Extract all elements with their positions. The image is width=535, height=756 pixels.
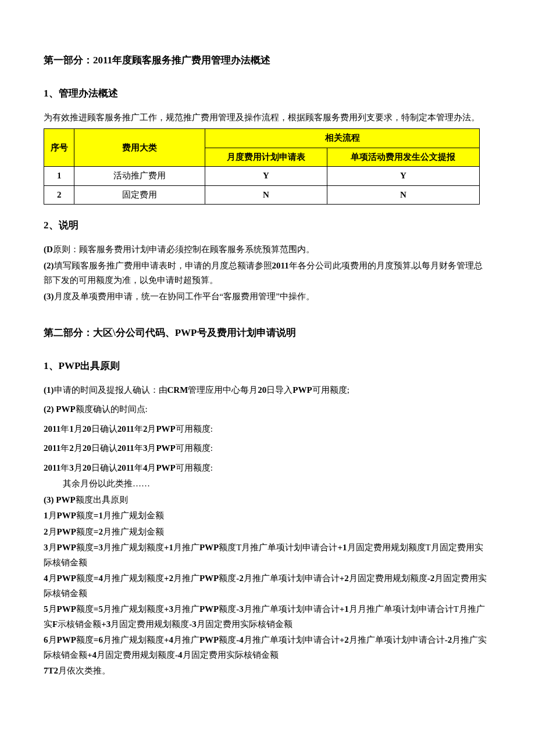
th-flow2: 单项活动费用发生公文提报	[327, 148, 479, 167]
table-row: 2 固定费用 N N	[44, 185, 480, 205]
cell-c2: Y	[327, 167, 479, 186]
part2-title: 第二部分：大区\分公司代码、PWP号及费用计划申请说明	[44, 325, 491, 342]
intro-paragraph: 为有效推进顾客服务推广工作，规范推广费用管理及操作流程，根据顾客服务费用列支要求…	[44, 110, 491, 126]
table-row: 1 活动推广费用 Y Y	[44, 167, 480, 186]
formula-3: 3月PWP额度=3月推广规划额度+1月推广PWP额度T月推广单项计划申请合计+1…	[44, 540, 491, 570]
cell-cat: 活动推广费用	[74, 167, 205, 186]
date-line-3: 2011年3月20日确认2011年4月PWP可用额度:	[44, 461, 491, 476]
th-flow: 相关流程	[205, 129, 480, 148]
pwp-p2: (2) PWP额度确认的时间点:	[44, 402, 491, 417]
th-flow1: 月度费用计划申请表	[205, 148, 327, 167]
cell-c1: N	[205, 185, 327, 205]
part1-title: 第一部分：2011年度顾客服务推广费用管理办法概述	[44, 52, 491, 69]
date-line-1: 2011年1月20日确认2011年2月PWP可用额度:	[44, 422, 491, 437]
cell-cat: 固定费用	[74, 185, 205, 205]
formula-7: 7T2月依次类推。	[44, 664, 491, 679]
note-2: (2)填写顾客服务推广费用申请表时，申请的月度总额请参照2011年各分公司此项费…	[44, 259, 491, 288]
note-3: (3)月度及单项费用申请，统一在协同工作平台“客服费用管理”中操作。	[44, 289, 491, 304]
formula-4: 4月PWP额度=4月推广规划额度+2月推广PWP额度-2月推广单项计划申请合计+…	[44, 571, 491, 601]
pwp-p1: (1)申请的时间及提报人确认：由CRM管理应用中心每月20日导入PWP可用额度;	[44, 383, 491, 398]
date-line-2: 2011年2月20日确认2011年3月PWP可用额度:	[44, 441, 491, 456]
formula-6: 6月PWP额度=6月推广规划额度+4月推广PWP额度-4月推广单项计划申请合计+…	[44, 633, 491, 662]
section1-heading: 1、管理办法概述	[44, 85, 491, 102]
note-1: (D原则：顾客服务费用计划申请必须控制在顾客服务系统预算范围内。	[44, 242, 491, 257]
cell-seq: 2	[44, 185, 74, 205]
cell-seq: 1	[44, 167, 74, 186]
th-seq: 序号	[44, 129, 74, 167]
formula-1: 1月PWP额度=1月推广规划金额	[44, 508, 491, 524]
pwp-heading: 1、PWP出具原则	[44, 358, 491, 375]
fee-category-table: 序号 费用大类 相关流程 月度费用计划申请表 单项活动费用发生公文提报 1 活动…	[44, 128, 480, 205]
th-category: 费用大类	[74, 129, 205, 167]
cell-c1: Y	[205, 167, 327, 186]
rest-months: 其余月份以此类推……	[44, 476, 491, 492]
cell-c2: N	[327, 185, 479, 205]
pwp-p3: (3) PWP额度出具原则	[44, 493, 491, 508]
formula-5: 5月PWP额度=5月推广规划额度+3月推广PWP额度-3月推广单项计划申请合计+…	[44, 602, 491, 632]
formula-2: 2月PWP额度=2月推广规划金额	[44, 525, 491, 540]
section2-heading: 2、说明	[44, 217, 491, 234]
